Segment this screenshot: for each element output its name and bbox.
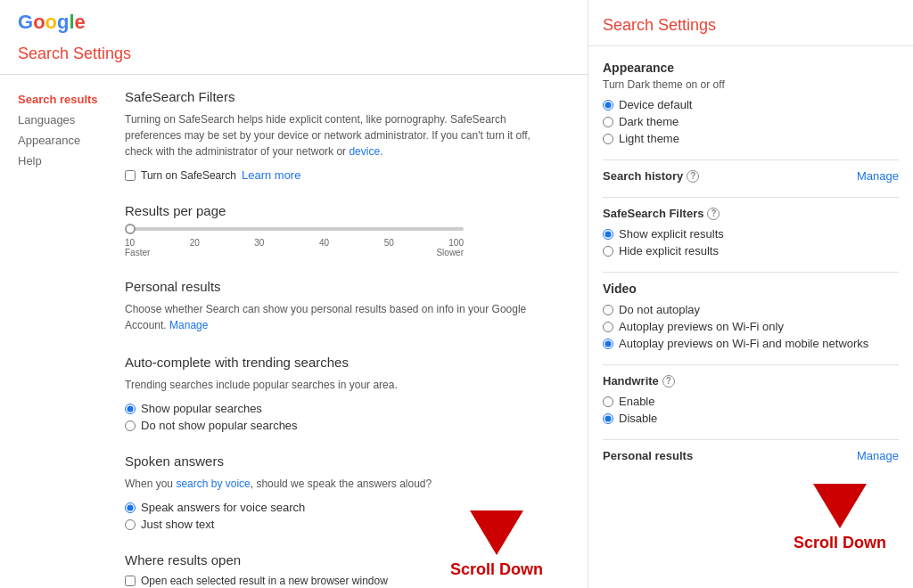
appearance-option-1: Dark theme — [603, 115, 899, 128]
personal-results-title: Personal results — [125, 279, 561, 294]
right-scroll-text: Scroll Down — [794, 534, 886, 552]
spoken-radio-1[interactable] — [125, 519, 136, 530]
autocomplete-label-1: Do not show popular searches — [141, 419, 298, 432]
slider-container: 10 20 30 40 50 100 Faster Slower — [125, 227, 561, 257]
slider-label-30: 30 — [254, 238, 264, 248]
appearance-title: Appearance — [603, 61, 899, 75]
divider-1 — [603, 159, 899, 160]
logo-o2: o — [45, 11, 57, 34]
slider-thumb[interactable] — [125, 224, 136, 234]
divider-4 — [603, 364, 899, 365]
handwrite-radio-0[interactable] — [603, 396, 613, 407]
personal-results-desc: Choose whether Search can show you perso… — [125, 301, 561, 333]
handwrite-label-1: Disable — [619, 412, 657, 425]
appearance-radio-2[interactable] — [603, 134, 613, 144]
left-scroll-text: Scroll Down — [450, 560, 543, 579]
slider-label-40: 40 — [319, 238, 329, 248]
slider-bottom-labels: Faster Slower — [125, 248, 464, 257]
appearance-option-2: Light theme — [603, 132, 899, 145]
right-arrow-icon — [813, 484, 867, 528]
appearance-label-0: Device default — [619, 98, 692, 111]
scroll-down-left: Scroll Down — [450, 510, 543, 579]
slider-labels: 10 20 30 40 50 100 — [125, 238, 464, 248]
logo-g2: g — [57, 11, 69, 34]
new-window-checkbox[interactable] — [125, 576, 136, 586]
voice-link[interactable]: search by voice — [176, 478, 250, 490]
page-title-right: Search Settings — [603, 11, 899, 38]
handwrite-option-1: Disable — [603, 412, 899, 425]
right-panel-wrapper: Search Settings Appearance Turn Dark the… — [588, 0, 913, 588]
slider-label-100: 100 — [448, 238, 464, 248]
safesearch-right-radio-0[interactable] — [603, 229, 613, 240]
right-personal-row: Personal results Manage — [603, 449, 899, 462]
right-safesearch-section: SafeSearch Filters ? Show explicit resul… — [603, 207, 899, 257]
slider-label-10: 10 — [125, 238, 135, 248]
left-arrow-icon — [470, 510, 523, 555]
video-radio-0[interactable] — [603, 305, 613, 315]
video-section: Video Do not autoplay Autoplay previews … — [603, 282, 899, 350]
sidebar-item-help[interactable]: Help — [18, 151, 107, 171]
page-title-left: Search Settings — [18, 39, 570, 67]
autocomplete-radio-group: Show popular searches Do not show popula… — [125, 402, 561, 432]
slider-label-50: 50 — [384, 238, 394, 248]
appearance-option-0: Device default — [603, 98, 899, 111]
safesearch-checkbox[interactable] — [125, 170, 136, 181]
right-header: Search Settings — [588, 0, 913, 46]
scroll-down-right: Scroll Down — [794, 484, 886, 552]
video-title: Video — [603, 282, 899, 296]
divider-2 — [603, 197, 899, 198]
search-history-question-icon[interactable]: ? — [687, 170, 699, 183]
safesearch-option-0: Show explicit results — [603, 227, 899, 241]
safesearch-radio-group: Show explicit results Hide explicit resu… — [603, 227, 899, 257]
safesearch-desc: Turning on SafeSearch helps hide explici… — [125, 111, 561, 159]
google-logo: Google — [18, 11, 570, 34]
handwrite-question-icon[interactable]: ? — [662, 375, 675, 388]
autocomplete-radio-1[interactable] — [125, 421, 136, 431]
video-radio-1[interactable] — [603, 322, 613, 332]
sidebar-item-search-results[interactable]: Search results — [18, 89, 107, 110]
slider-faster: Faster — [125, 248, 150, 257]
safesearch-option-1: Hide explicit results — [603, 244, 899, 257]
video-radio-group: Do not autoplay Autoplay previews on Wi-… — [603, 303, 899, 350]
autocomplete-radio-0[interactable] — [125, 404, 136, 414]
spoken-answers-title: Spoken answers — [125, 453, 561, 469]
autocomplete-desc: Trending searches include popular search… — [125, 377, 561, 393]
video-label-0: Do not autoplay — [619, 303, 700, 316]
video-option-2: Autoplay previews on Wi-Fi and mobile ne… — [603, 337, 899, 350]
personal-manage-link[interactable]: Manage — [169, 319, 208, 331]
handwrite-option-0: Enable — [603, 395, 899, 408]
safesearch-right-radio-1[interactable] — [603, 246, 613, 257]
slider-track[interactable] — [125, 227, 464, 231]
appearance-radio-0[interactable] — [603, 100, 613, 110]
right-personal-manage[interactable]: Manage — [857, 449, 899, 462]
appearance-label-1: Dark theme — [619, 115, 679, 128]
search-history-section: Search history ? Manage — [603, 169, 899, 183]
results-per-page-title: Results per page — [125, 203, 561, 218]
learn-more-link[interactable]: Learn more — [242, 168, 300, 182]
autocomplete-option-1: Do not show popular searches — [125, 419, 561, 432]
safesearch-checkbox-label: Turn on SafeSearch — [141, 169, 236, 182]
spoken-label-1: Just show text — [141, 518, 214, 531]
video-label-1: Autoplay previews on Wi-Fi only — [619, 320, 784, 333]
safesearch-right-label-1: Hide explicit results — [619, 244, 719, 257]
handwrite-radio-1[interactable] — [603, 413, 613, 424]
search-history-manage[interactable]: Manage — [857, 169, 899, 183]
spoken-radio-0[interactable] — [125, 502, 136, 513]
left-body: Search results Languages Appearance Help… — [0, 75, 588, 588]
autocomplete-label-0: Show popular searches — [141, 402, 262, 415]
sidebar-item-appearance[interactable]: Appearance — [18, 130, 107, 151]
right-personal-title: Personal results — [603, 449, 693, 462]
spoken-label-0: Speak answers for voice search — [141, 501, 305, 514]
video-radio-2[interactable] — [603, 339, 613, 349]
autocomplete-section: Auto-complete with trending searches Tre… — [125, 355, 561, 432]
results-per-page-section: Results per page 10 20 30 40 50 100 Fas — [125, 203, 561, 257]
device-link[interactable]: device — [349, 145, 380, 158]
safesearch-right-label-0: Show explicit results — [619, 227, 724, 241]
sidebar: Search results Languages Appearance Help — [0, 75, 116, 588]
appearance-subtitle: Turn Dark theme on or off — [603, 78, 899, 91]
sidebar-item-languages[interactable]: Languages — [18, 110, 107, 130]
safesearch-title: SafeSearch Filters — [125, 89, 561, 104]
safesearch-question-icon[interactable]: ? — [707, 208, 720, 220]
appearance-radio-1[interactable] — [603, 117, 613, 127]
new-window-label: Open each selected result in a new brows… — [141, 575, 388, 587]
